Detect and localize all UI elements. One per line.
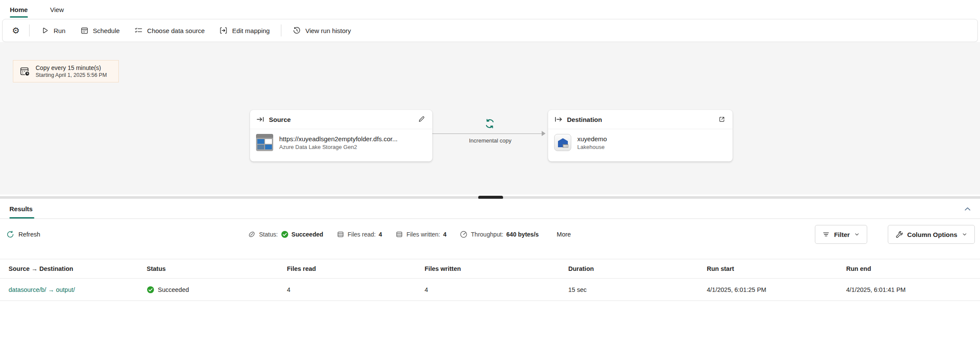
- column-header-run-end[interactable]: Run end: [846, 265, 980, 272]
- refresh-button[interactable]: Refresh: [6, 219, 40, 250]
- row-source-destination-link[interactable]: datasource/b/ → output/: [9, 286, 147, 293]
- results-panel: Results Refresh Status: Succeeded: [0, 199, 980, 352]
- refresh-icon: [6, 230, 15, 239]
- gauge-icon: [459, 230, 468, 239]
- throughput-label: Throughput:: [471, 231, 504, 238]
- ribbon-tab-bar: Home View: [0, 0, 980, 19]
- status-icon: [247, 230, 256, 239]
- column-header-files-written[interactable]: Files written: [425, 265, 568, 272]
- edit-mapping-button[interactable]: Edit mapping: [213, 22, 276, 39]
- calendar-clock-icon: [19, 66, 30, 77]
- status-value: Succeeded: [292, 231, 323, 238]
- row-duration: 15 sec: [568, 286, 707, 293]
- destination-type: Lakehouse: [577, 144, 607, 150]
- destination-title: Destination: [567, 116, 713, 123]
- files-written-label: Files written:: [407, 231, 440, 238]
- source-connector-type: Azure Data Lake Storage Gen2: [279, 144, 398, 150]
- row-files-written: 4: [425, 286, 568, 293]
- pencil-icon: [418, 115, 425, 123]
- edit-mapping-label: Edit mapping: [232, 27, 270, 34]
- table-row: datasource/b/ → output/ Succeeded 4 4 15…: [0, 279, 980, 301]
- summary-status: Status: Succeeded: [247, 230, 323, 239]
- row-run-end: 4/1/2025, 6:01:41 PM: [846, 286, 980, 293]
- column-options-label: Column Options: [907, 231, 957, 238]
- filter-icon: [822, 231, 830, 238]
- chevron-up-icon: [963, 204, 972, 214]
- destination-node[interactable]: Destination xuyedemo Lakehouse: [548, 110, 733, 161]
- files-written-value: 4: [443, 231, 446, 238]
- checklist-icon: [134, 26, 143, 35]
- connector-label: Incremental copy: [454, 137, 527, 144]
- calendar-icon: [80, 26, 89, 35]
- results-table: Source → Destination Status Files read F…: [0, 259, 980, 301]
- chevron-down-icon: [854, 231, 860, 237]
- source-connection-url: https://xuyeadlsgen2emptyfolder.dfs.cor.…: [279, 135, 398, 143]
- wrench-icon: [895, 231, 903, 238]
- column-options-button[interactable]: Column Options: [888, 225, 975, 244]
- ribbon-toolbar: ⚙ Run Schedule Choose data source Edit m…: [2, 19, 978, 42]
- stack-icon: [336, 230, 345, 239]
- results-controls: Refresh Status: Succeeded Files read: 4 …: [0, 219, 980, 250]
- schedule-label: Schedule: [93, 27, 120, 34]
- view-run-history-label: View run history: [305, 27, 351, 34]
- chevron-down-icon: [962, 231, 968, 237]
- active-tab-underline: [10, 16, 28, 18]
- row-run-start: 4/1/2025, 6:01:25 PM: [707, 286, 846, 293]
- gear-icon: ⚙: [12, 25, 20, 36]
- open-in-new-icon: [718, 115, 726, 123]
- summary-throughput: Throughput: 640 bytes/s: [459, 230, 539, 239]
- results-actions: Filter Column Options: [815, 225, 975, 244]
- play-icon: [41, 26, 49, 35]
- refresh-label: Refresh: [18, 231, 40, 238]
- bar-arrow-out-icon: [554, 115, 563, 124]
- source-title: Source: [269, 116, 413, 123]
- run-summary: Status: Succeeded Files read: 4 Files wr…: [247, 219, 571, 250]
- schedule-frequency: Copy every 15 minute(s): [36, 64, 107, 72]
- arrow-into-bar-icon: [256, 115, 265, 124]
- open-destination-button[interactable]: [717, 115, 727, 124]
- lakehouse-icon: [554, 134, 571, 151]
- sync-icon: [484, 118, 496, 130]
- filter-label: Filter: [834, 231, 850, 238]
- success-check-icon: [147, 286, 154, 294]
- tab-home[interactable]: Home: [10, 0, 28, 19]
- collapse-panel-button[interactable]: [962, 203, 973, 215]
- source-node[interactable]: Source https://xuyeadlsgen2emptyfolder.d…: [250, 110, 432, 161]
- source-node-header: Source: [250, 110, 432, 129]
- column-header-duration[interactable]: Duration: [568, 265, 707, 272]
- stack-icon: [395, 230, 404, 239]
- column-header-files-read[interactable]: Files read: [287, 265, 425, 272]
- row-files-read: 4: [287, 286, 425, 293]
- tab-view-label: View: [50, 6, 64, 13]
- adls-gen2-icon: [256, 134, 273, 151]
- column-header-status[interactable]: Status: [147, 265, 287, 272]
- connector-line: [432, 134, 544, 134]
- choose-data-source-label: Choose data source: [147, 27, 205, 34]
- files-read-value: 4: [379, 231, 382, 238]
- column-header-run-start[interactable]: Run start: [707, 265, 846, 272]
- edit-source-button[interactable]: [417, 115, 426, 124]
- tab-view[interactable]: View: [50, 0, 64, 19]
- choose-data-source-button[interactable]: Choose data source: [128, 22, 211, 39]
- toolbar-divider: [29, 24, 30, 36]
- tab-home-label: Home: [10, 6, 28, 13]
- files-read-label: Files read:: [348, 231, 376, 238]
- pipeline-canvas: Copy every 15 minute(s) Starting April 1…: [0, 42, 980, 194]
- source-node-body: https://xuyeadlsgen2emptyfolder.dfs.cor.…: [250, 129, 432, 156]
- tab-results[interactable]: Results: [9, 199, 33, 218]
- summary-files-written: Files written: 4: [395, 230, 446, 239]
- schedule-chip[interactable]: Copy every 15 minute(s) Starting April 1…: [13, 60, 119, 82]
- results-tab-label: Results: [9, 205, 33, 212]
- column-header-source-destination[interactable]: Source → Destination: [9, 265, 147, 272]
- settings-button[interactable]: ⚙: [8, 22, 24, 39]
- more-link[interactable]: More: [557, 231, 571, 238]
- run-label: Run: [54, 27, 66, 34]
- filter-button[interactable]: Filter: [815, 225, 868, 244]
- destination-name: xuyedemo: [577, 135, 607, 143]
- results-tab-bar: Results: [0, 199, 980, 219]
- schedule-button[interactable]: Schedule: [74, 22, 126, 39]
- view-run-history-button[interactable]: View run history: [286, 22, 357, 39]
- schedule-chip-text: Copy every 15 minute(s) Starting April 1…: [36, 64, 107, 79]
- run-button[interactable]: Run: [35, 22, 72, 39]
- throughput-value: 640 bytes/s: [507, 231, 539, 238]
